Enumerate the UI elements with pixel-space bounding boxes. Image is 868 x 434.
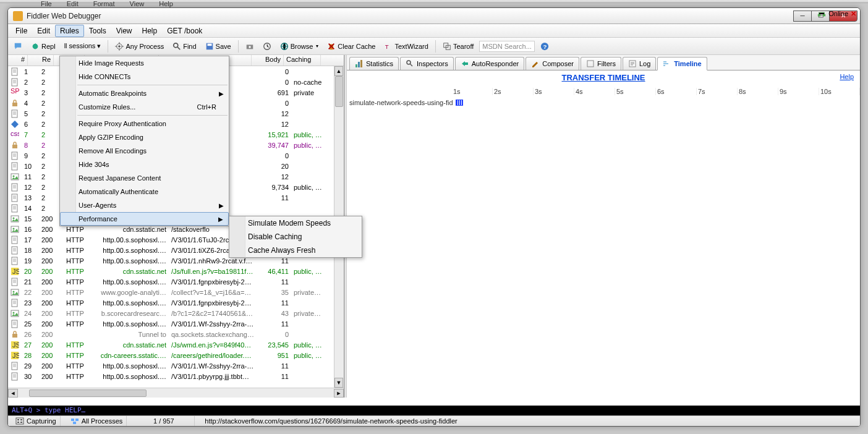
- save-button[interactable]: Save: [202, 41, 234, 52]
- performance-submenu: Simulate Modem SpeedsDisable CachingCach…: [229, 216, 362, 258]
- timeline-tick: 6s: [656, 88, 697, 95]
- tab-statistics[interactable]: Statistics: [349, 57, 399, 70]
- menu-view[interactable]: View: [111, 25, 137, 37]
- session-row[interactable]: 30200HTTPhttp.00.s.sophosxl.…/V3/01/1.pb…: [8, 371, 344, 381]
- menu-getbook[interactable]: GET /book: [162, 25, 207, 37]
- timeline-row[interactable]: simulate-network-speeds-using-fid: [349, 99, 463, 106]
- clear-cache-button[interactable]: Clear Cache: [324, 41, 378, 52]
- svg-rect-23: [12, 152, 17, 160]
- timer-button[interactable]: [260, 41, 274, 52]
- menu-item-automatic-breakpoints[interactable]: Automatic Breakpoints▶: [60, 87, 229, 100]
- row-icon: [11, 215, 20, 223]
- online-indicator[interactable]: Online ✕: [817, 9, 856, 18]
- menu-item-hide-connects[interactable]: Hide CONNECTs: [60, 70, 229, 83]
- svg-rect-14: [818, 14, 820, 17]
- replay-button[interactable]: Repl: [28, 41, 59, 52]
- col-body[interactable]: Body: [252, 55, 284, 66]
- row-icon: [11, 246, 20, 255]
- session-row[interactable]: 23200HTTPhttp.00.s.sophosxl.…/V3/01/1.fg…: [8, 297, 344, 308]
- menu-item-performance[interactable]: Performance▶: [60, 212, 229, 226]
- menu-rules[interactable]: Rules: [55, 25, 84, 37]
- svg-rect-51: [12, 362, 17, 370]
- menu-item-automatically-authenticate[interactable]: Automatically Authenticate: [60, 185, 229, 198]
- svg-rect-34: [12, 236, 17, 244]
- status-bar: Capturing All Processes 1 / 957 http://s…: [8, 415, 860, 426]
- session-row[interactable]: JS28200HTTPcdn-careers.sstatic.…/careers…: [8, 350, 344, 360]
- menu-file[interactable]: File: [11, 25, 32, 37]
- svg-point-33: [13, 228, 15, 229]
- svg-text:JS: JS: [12, 341, 19, 349]
- status-capturing[interactable]: Capturing: [12, 416, 61, 426]
- svg-rect-20: [12, 110, 17, 117]
- col-caching[interactable]: Caching: [284, 55, 321, 66]
- quickexec-bar[interactable]: ALT+Q > type HELP…: [8, 406, 860, 416]
- svg-rect-27: [12, 184, 17, 191]
- row-icon: [11, 204, 20, 213]
- submenu-item-simulate-modem-speeds[interactable]: Simulate Modem Speeds: [229, 216, 362, 230]
- menu-item-customize-rules-[interactable]: Customize Rules...Ctrl+R: [60, 100, 229, 114]
- svg-rect-63: [20, 422, 22, 423]
- row-icon: css{: [11, 130, 20, 139]
- capturing-icon: [15, 417, 24, 425]
- svg-rect-61: [17, 422, 19, 423]
- menu-item-user-agents[interactable]: User-Agents▶: [60, 198, 229, 212]
- menu-item-hide-image-requests[interactable]: Hide Image Requests: [60, 56, 229, 70]
- svg-text:SPDY: SPDY: [11, 88, 19, 95]
- menu-edit[interactable]: Edit: [32, 25, 55, 37]
- help-button[interactable]: ?: [537, 41, 552, 52]
- msdn-search-input[interactable]: MSDN Search...: [479, 41, 535, 52]
- status-processes[interactable]: All Processes: [67, 416, 127, 426]
- col-result[interactable]: Re: [28, 55, 54, 66]
- tab-inspectors[interactable]: Inspectors: [400, 57, 454, 70]
- comment-button[interactable]: [11, 41, 25, 52]
- submenu-item-disable-caching[interactable]: Disable Caching: [229, 230, 362, 244]
- tab-autoresponder[interactable]: AutoResponder: [455, 57, 524, 70]
- row-icon: [11, 257, 20, 265]
- svg-point-6: [249, 46, 251, 48]
- svg-rect-52: [12, 373, 17, 380]
- screenshot-button[interactable]: [242, 41, 257, 52]
- row-icon: [11, 278, 20, 286]
- row-icon: [11, 120, 20, 129]
- menu-item-require-proxy-authentication[interactable]: Require Proxy Authentication: [60, 117, 229, 130]
- tearoff-button[interactable]: Tearoff: [440, 41, 477, 52]
- tab-filters[interactable]: Filters: [581, 57, 621, 70]
- session-row[interactable]: 29200HTTPhttp.00.s.sophosxl.…/V3/01/1.Wf…: [8, 360, 344, 371]
- menu-item-apply-gzip-encoding[interactable]: Apply GZIP Encoding: [60, 130, 229, 144]
- session-row[interactable]: 25200HTTPhttp.00.s.sophosxl.…/V3/01/1.Wf…: [8, 318, 344, 329]
- svg-rect-65: [75, 419, 79, 421]
- menu-tools[interactable]: Tools: [84, 25, 111, 37]
- textwizard-button[interactable]: TTextWizard: [381, 41, 431, 52]
- composer-icon: [531, 59, 540, 68]
- svg-rect-66: [73, 422, 76, 424]
- rules-dropdown: Hide Image RequestsHide CONNECTsAutomati…: [59, 56, 229, 226]
- session-row[interactable]: 26200Tunnel toqa.sockets.stackexchang…0: [8, 329, 344, 339]
- horizontal-scrollbar[interactable]: ◄ ►: [8, 388, 344, 398]
- minimize-button[interactable]: ─: [793, 11, 812, 22]
- session-row[interactable]: 24200HTTPb.scorecardresearc…/b?c1=2&c2=1…: [8, 308, 344, 318]
- menu-item-remove-all-encodings[interactable]: Remove All Encodings: [60, 144, 229, 158]
- menu-item-request-japanese-content[interactable]: Request Japanese Content: [60, 171, 229, 185]
- tab-timeline[interactable]: Timeline: [657, 57, 707, 70]
- session-row[interactable]: JS20200HTTPcdn.sstatic.net/Js/full.en.js…: [8, 266, 344, 276]
- tab-log[interactable]: Log: [623, 57, 656, 70]
- browse-button[interactable]: Browse▾: [277, 41, 322, 52]
- remove-sessions-button[interactable]: ll sessions ▾: [61, 41, 104, 51]
- timeline-panel: TRANSFER TIMELINE Help 1s2s3s4s5s6s7s8s9…: [347, 70, 860, 398]
- svg-rect-62: [20, 419, 22, 420]
- timeline-tick: 9s: [778, 88, 819, 95]
- session-row[interactable]: 22200HTTPwww.google-analyti…/collect?v=1…: [8, 287, 344, 297]
- any-process-button[interactable]: Any Process: [112, 41, 167, 52]
- menu-help[interactable]: Help: [137, 25, 163, 37]
- row-icon: [11, 320, 20, 328]
- col-index[interactable]: #: [8, 55, 28, 66]
- session-row[interactable]: 21200HTTPhttp.00.s.sophosxl.…/V3/01/1.fg…: [8, 276, 344, 287]
- menu-item-hide-s[interactable]: Hide 304s: [60, 158, 229, 171]
- tab-composer[interactable]: Composer: [525, 57, 579, 70]
- svg-rect-24: [12, 163, 17, 170]
- session-row[interactable]: JS27200HTTPcdn.sstatic.net/Js/wmd.en.js?…: [8, 339, 344, 350]
- find-button[interactable]: Find: [169, 41, 199, 52]
- close-toolbar-icon[interactable]: ✕: [851, 10, 856, 18]
- timeline-help-link[interactable]: Help: [840, 73, 854, 80]
- submenu-item-cache-always-fresh[interactable]: Cache Always Fresh: [229, 244, 362, 257]
